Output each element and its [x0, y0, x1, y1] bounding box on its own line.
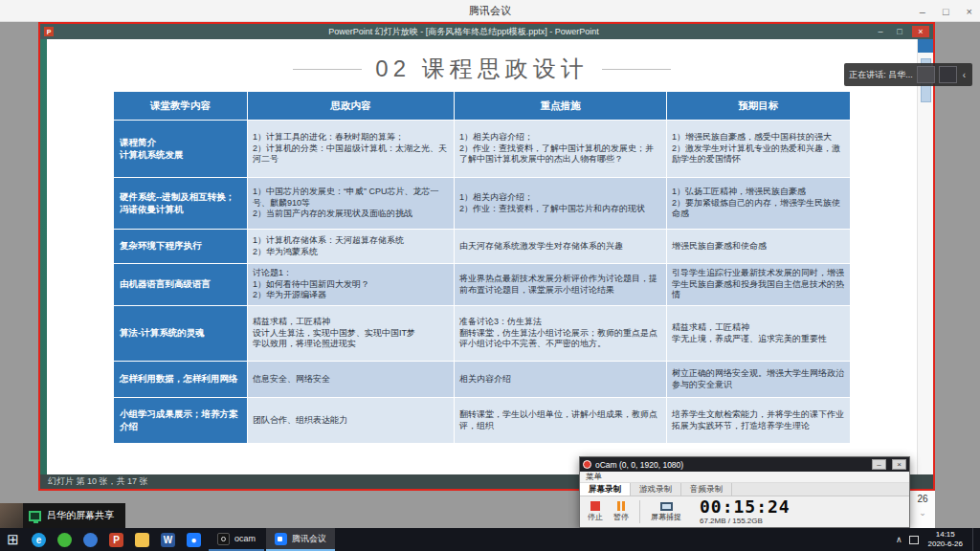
capture-label: 屏幕捕捉 — [651, 512, 681, 522]
collapse-arrow-icon[interactable]: ‹ — [961, 70, 968, 80]
background-window-sliver: 26 ⌄ — [909, 491, 935, 528]
column-header: 重点措施 — [455, 92, 667, 121]
ppt-maximize-icon[interactable]: □ — [893, 27, 906, 36]
ocam-window-title: oCam (0, 0, 1920, 1080) — [595, 460, 866, 470]
chevron-down-icon[interactable]: ⌄ — [919, 508, 926, 518]
wechat-icon[interactable] — [52, 528, 78, 551]
table-cell: 培养学生文献检索能力，并将学生的课下作业拓展为实践环节，打造培养学生理论 — [667, 398, 851, 444]
title-divider-left — [293, 69, 362, 70]
shared-screen-region: P PowerPoint 幻灯片放映 - [商务风格年终总结ppt模板.pptx… — [38, 22, 935, 491]
row-title-cell: 算法-计算系统的灵魂 — [114, 306, 248, 362]
table-cell: 精益求精，工匠精神 设计人生算法，实现中国梦、实现中国IT梦 学以致用，将理论照… — [248, 306, 455, 362]
stop-icon — [590, 501, 600, 511]
row-title-cell: 小组学习成果展示；培养方案介绍 — [114, 398, 248, 444]
table-cell: 由天河存储系统激发学生对存储体系的兴趣 — [455, 230, 667, 264]
ocam-close-icon[interactable]: × — [892, 459, 906, 470]
meeting-taskbar-icon — [275, 533, 287, 545]
row-title-cell: 硬件系统--进制及相互转换；冯诺依曼计算机 — [114, 178, 248, 230]
recording-size: 67.2MB / 155.2GB — [700, 517, 763, 525]
ocam-tabs: 屏幕录制游戏录制音频录制 — [580, 483, 909, 496]
close-icon[interactable]: × — [967, 6, 972, 17]
ocam-tab-1[interactable]: 屏幕录制 — [580, 483, 631, 496]
speaking-indicator[interactable]: 正在讲话: 吕华... ‹ — [844, 63, 972, 86]
column-header: 预期目标 — [667, 92, 851, 121]
slide-title-row: 02 课程思政设计 — [47, 56, 917, 81]
taskbar: ⊞ePW● ocam 腾讯会议 ∧ 14:15 2020-6-26 — [0, 528, 980, 551]
slide-title: 02 课程思政设计 — [375, 56, 588, 81]
video-thumbnail[interactable] — [917, 66, 935, 83]
table-header-row: 课堂教学内容思政内容重点措施预期目标 — [114, 92, 851, 121]
minimize-icon[interactable]: – — [920, 6, 925, 17]
table-cell: 增强民族自豪感和使命感 — [667, 230, 851, 264]
screen-share-banner: 吕华的屏幕共享 — [0, 503, 125, 528]
ocam-titlebar[interactable]: oCam (0, 0, 1920, 1080) – × — [580, 457, 909, 472]
table-cell: 团队合作、组织表达能力 — [248, 398, 455, 444]
word-icon[interactable]: W — [155, 528, 181, 551]
meeting-task-label: 腾讯会议 — [292, 533, 326, 545]
table-row: 算法-计算系统的灵魂精益求精，工匠精神 设计人生算法，实现中国梦、实现中国IT梦… — [114, 306, 851, 362]
table-cell: 1）计算机存储体系：天河超算存储系统 2）华为鸿蒙系统 — [248, 230, 455, 264]
powerpoint-window-title: PowerPoint 幻灯片放映 - [商务风格年终总结ppt模板.pptx] … — [59, 26, 868, 38]
table-cell: 1）增强民族自豪感，感受中国科技的强大 2）激发学生对计算机专业的热爱和兴趣，激… — [667, 121, 851, 178]
taskbar-task-meeting[interactable]: 腾讯会议 — [266, 528, 335, 551]
toolbar-divider — [639, 500, 640, 523]
browser-icon[interactable] — [78, 528, 103, 551]
meeting-titlebar: 腾讯会议 – □ × — [0, 0, 980, 22]
ocam-window: oCam (0, 0, 1920, 1080) – × 菜单 屏幕录制游戏录制音… — [579, 456, 910, 528]
ocam-stop-button[interactable]: 停止 — [588, 501, 603, 522]
course-design-table: 课堂教学内容思政内容重点措施预期目标 课程简介 计算机系统发展1）计算工具的进化… — [113, 91, 851, 444]
powerpoint-titlebar: P PowerPoint 幻灯片放映 - [商务风格年终总结ppt模板.pptx… — [40, 24, 933, 39]
ppt-close-icon[interactable]: × — [912, 26, 929, 37]
scrollbar-top-block[interactable] — [918, 39, 933, 53]
table-cell: 准备讨论3：仿生算法 翻转课堂，仿生算法小组讨论展示；教师的重点是点评小组讨论中… — [455, 306, 667, 362]
tray-status-icon[interactable] — [909, 536, 919, 544]
ocam-tab-3[interactable]: 音频录制 — [681, 483, 732, 496]
table-cell: 讨论题1： 1）如何看待中国新四大发明？ 2）华为开源编译器 — [248, 264, 455, 306]
table-cell: 将业界热点最新技术发展分析评价作为讨论题目，提前布置讨论题目，课堂展示小组讨论结… — [455, 264, 667, 306]
ocam-tab-2[interactable]: 游戏录制 — [631, 483, 681, 496]
tencent-meeting-pin-icon[interactable]: ● — [181, 528, 207, 551]
meeting-window-title: 腾讯会议 — [469, 4, 511, 18]
screen-share-icon — [29, 511, 41, 521]
ocam-capture-button[interactable]: 屏幕捕捉 — [651, 502, 681, 522]
ocam-taskbar-icon — [217, 533, 230, 545]
start-icon[interactable]: ⊞ — [0, 528, 26, 551]
table-cell: 1）相关内容介绍； 2）作业：查找资料，了解中国计算机的发展史；并了解中国计算机… — [455, 121, 667, 178]
table-row: 课程简介 计算机系统发展1）计算工具的进化：春秋时期的算筹； 2）计算机的分类：… — [114, 121, 851, 178]
table-row: 复杂环境下程序执行1）计算机存储体系：天河超算存储系统 2）华为鸿蒙系统由天河存… — [114, 230, 851, 264]
row-title-cell: 课程简介 计算机系统发展 — [114, 121, 248, 178]
table-cell: 相关内容介绍 — [455, 362, 667, 398]
ocam-minimize-icon[interactable]: – — [872, 459, 886, 470]
tray-expand-icon[interactable]: ∧ — [896, 535, 902, 544]
file-explorer-icon[interactable] — [129, 528, 155, 551]
table-row: 小组学习成果展示；培养方案介绍团队合作、组织表达能力翻转课堂，学生以小组单位，讲… — [114, 398, 851, 444]
pause-icon — [617, 501, 625, 511]
edge-browser-icon[interactable]: e — [26, 528, 52, 551]
table-cell: 翻转课堂，学生以小组单位，讲解小组成果，教师点评，组织 — [455, 398, 667, 444]
powerpoint-icon[interactable]: P — [103, 528, 129, 551]
ocam-timer-block: 00:15:24 67.2MB / 155.2GB — [700, 498, 791, 525]
show-desktop-button[interactable] — [972, 528, 976, 551]
left-edge-strip — [40, 39, 47, 474]
row-title-cell: 怎样利用数据，怎样利用网络 — [114, 362, 248, 398]
ocam-pause-button[interactable]: 暂停 — [613, 501, 629, 522]
maximize-icon[interactable]: □ — [943, 6, 949, 17]
video-thumbnail[interactable] — [939, 66, 957, 83]
screen-capture-icon — [660, 502, 673, 511]
taskbar-icons: ⊞ePW● — [0, 528, 207, 551]
table-row: 怎样利用数据，怎样利用网络信息安全、网络安全相关内容介绍树立正确的网络安全观。增… — [114, 362, 851, 398]
scrollbar[interactable] — [917, 39, 933, 474]
ocam-task-label: ocam — [234, 534, 256, 543]
table-cell: 信息安全、网络安全 — [248, 362, 455, 398]
ocam-menubar[interactable]: 菜单 — [580, 472, 909, 483]
taskbar-task-ocam[interactable]: ocam — [209, 528, 264, 551]
recording-timer: 00:15:24 — [700, 498, 791, 516]
ocam-logo-icon — [583, 460, 591, 469]
ppt-minimize-icon[interactable]: – — [874, 27, 887, 36]
table-cell: 树立正确的网络安全观。增强大学生网络政治参与的安全意识 — [667, 362, 851, 398]
table-cell: 1）弘扬工匠精神，增强民族自豪感 2）要加紧锻炼自己的内存，增强学生民族使命感 — [667, 178, 851, 230]
ocam-menu-item[interactable]: 菜单 — [586, 472, 602, 483]
table-cell: 引导学生追踪行业最新技术发展的同时，增强学生民族自豪感和投身我国自主信息技术的热… — [667, 264, 851, 306]
taskbar-clock[interactable]: 14:15 2020-6-26 — [925, 530, 966, 549]
table-cell: 1）中国芯片的发展史：“申威” CPU芯片、龙芯一号、麒麟910等 2）当前国产… — [248, 178, 455, 230]
